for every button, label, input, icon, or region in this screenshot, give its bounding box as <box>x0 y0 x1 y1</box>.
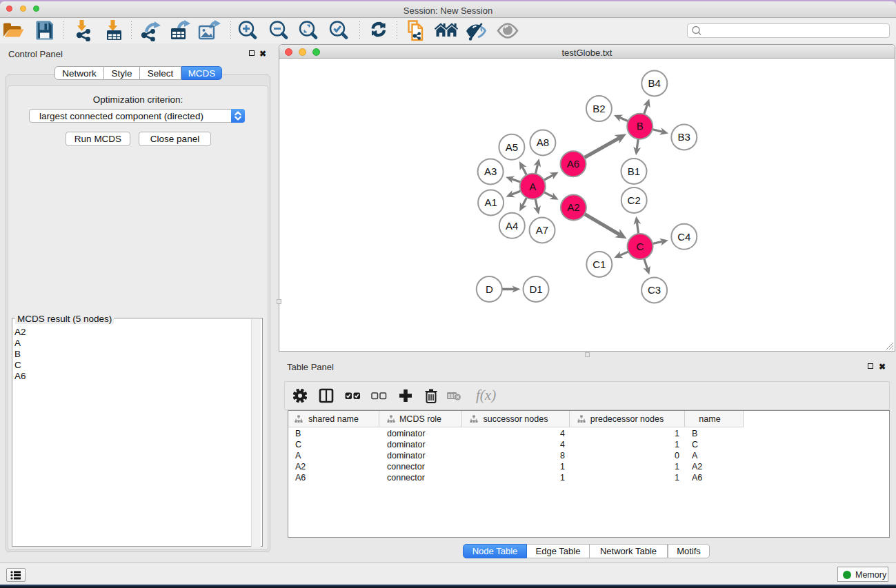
svg-text:A5: A5 <box>506 141 518 153</box>
svg-text:A4: A4 <box>506 220 518 232</box>
svg-text:B3: B3 <box>678 131 690 143</box>
svg-text:C3: C3 <box>648 284 661 296</box>
svg-text:B1: B1 <box>628 165 640 177</box>
svg-text:A2: A2 <box>567 201 579 213</box>
svg-text:A8: A8 <box>537 136 549 148</box>
svg-text:A6: A6 <box>567 158 579 170</box>
svg-text:B: B <box>637 120 644 132</box>
svg-text:C: C <box>637 241 644 252</box>
svg-text:B2: B2 <box>593 103 605 114</box>
svg-text:C4: C4 <box>677 231 690 243</box>
svg-text:A3: A3 <box>484 165 497 177</box>
svg-text:D1: D1 <box>529 283 542 295</box>
svg-text:A: A <box>529 181 536 192</box>
svg-text:A7: A7 <box>536 224 548 236</box>
svg-text:D: D <box>486 283 493 295</box>
svg-text:B4: B4 <box>648 77 661 89</box>
svg-text:C1: C1 <box>593 258 606 270</box>
svg-text:C2: C2 <box>628 194 641 206</box>
svg-text:A1: A1 <box>484 196 497 208</box>
